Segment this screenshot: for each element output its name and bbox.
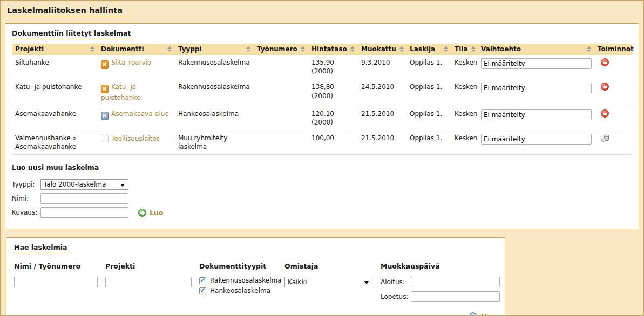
projekti-input[interactable] [105,277,192,287]
sort-icon[interactable] [301,46,305,52]
document-plain-icon[interactable] [101,134,109,142]
cell-muokattu: 21.5.2010 [358,106,406,130]
vaihtoehto-input[interactable] [481,58,592,69]
luo-button[interactable]: Luo [138,209,163,217]
document-link[interactable]: Teollisuuslaitos [111,135,160,142]
aloitus-label: Aloitus: [381,278,411,286]
search-panel-title: Hae laskelmia [14,242,70,253]
kuvaus-input[interactable] [40,207,128,218]
column-header-tyyppi: Tyyppi [175,44,254,55]
muokkauspaiva-label: Muokkauspäivä [381,262,500,270]
documents-table: Projekti Dokumentti Tyyppi Työnumero Hin… [12,44,632,155]
vaihtoehto-input[interactable] [481,83,592,93]
table-row: Asemakaavahanke HAsemakaava-alue Hankeos… [12,106,632,130]
add-icon [138,209,146,217]
document-h-icon[interactable]: H [101,112,109,120]
cell-toiminnot [594,130,632,154]
cell-projekti: Siltahanke [12,55,98,79]
cell-toiminnot [594,55,632,79]
cell-vaihtoehto [478,79,594,106]
nimi-tyonumero-input[interactable] [14,277,98,287]
sort-icon[interactable] [167,46,172,52]
cell-projekti: Valmennushanke » Asemakaavahanke [12,130,98,154]
checkbox-rakennusosalaskelma[interactable] [199,277,206,284]
cell-dokumentti: Teollisuuslaitos [98,130,175,154]
cell-tyyppi: Rakennusosalaskelma [175,55,254,79]
cell-vaihtoehto [478,130,594,154]
cell-tila: Kesken [451,55,478,79]
column-header-tyonumero: Työnumero [254,44,308,55]
vaihtoehto-input[interactable] [481,109,592,120]
cell-dokumentti: RKatu- ja puistohanke [98,79,175,106]
column-header-projekti: Projekti [12,44,98,55]
cell-dokumentti: RSilta_roarvio [98,55,175,79]
cell-muokattu: 24.5.2010 [358,79,406,106]
cell-hintataso: 120,10(2000) [308,106,358,130]
remove-icon[interactable] [601,58,609,66]
lopetus-label: Lopetus: [381,293,411,300]
sort-icon[interactable] [399,46,404,52]
page-title: Laskelmaliitoksen hallinta [7,6,130,17]
omistaja-select[interactable]: Kaikki [284,277,372,287]
cell-tyyppi: Hankeosalaskelma [175,106,254,130]
cell-toiminnot [594,79,632,106]
chevron-down-icon [364,281,369,284]
documents-panel-title: Dokumenttiin liitetyt laskelmat [12,28,134,39]
cell-tyyppi: Rakennusosalaskelma [175,79,254,106]
tyyppi-select[interactable]: Talo 2000-laskelma [40,179,128,190]
cell-projekti: Katu- ja puistohanke [12,79,98,106]
kuvaus-label: Kuvaus: [12,209,40,216]
column-header-muokattu: Muokattu [358,44,406,55]
remove-icon[interactable] [601,109,609,118]
sort-icon[interactable] [587,46,591,52]
dokumenttityypit-label: Dokumenttityypit [199,262,280,270]
cell-tila: Kesken [451,106,478,130]
sort-icon[interactable] [90,46,94,52]
create-section-title: Luo uusi muu laskelma [12,163,632,171]
cell-toiminnot [594,106,632,130]
chevron-down-icon [120,184,125,187]
vaihtoehto-input[interactable] [481,134,592,145]
cell-hintataso: 100,00 [308,130,358,154]
cell-laskija: Oppilas 1. [406,130,451,154]
sort-icon[interactable] [246,46,250,52]
nimi-label: Nimi: [12,195,40,202]
cell-laskija: Oppilas 1. [406,55,451,79]
column-header-hintataso: Hintataso [308,44,358,55]
aloitus-input[interactable] [411,277,500,287]
document-r-icon[interactable]: R [101,85,109,93]
cell-vaihtoehto [478,55,594,79]
cell-hintataso: 138,80(2000) [308,79,358,106]
trash-icon[interactable] [601,134,610,142]
document-link[interactable]: Asemakaava-alue [111,110,169,118]
cell-laskija: Oppilas 1. [406,79,451,106]
document-link[interactable]: Silta_roarvio [111,59,151,66]
nimi-input[interactable] [40,193,128,204]
sort-icon[interactable] [471,46,476,52]
search-panel: Hae laskelmia Nimi / Työnumero Projekti … [6,237,505,316]
cell-muokattu: 21.5.2010 [358,130,406,154]
sort-icon[interactable] [350,46,355,52]
cell-tyonumero [254,55,308,79]
remove-icon[interactable] [601,83,609,91]
lopetus-input[interactable] [411,291,500,302]
documents-panel: Dokumenttiin liitetyt laskelmat Projekti… [5,23,639,229]
tyyppi-label: Tyyppi: [12,181,40,188]
column-header-laskija: Laskija [406,44,451,55]
checkbox-hankeosalaskelma[interactable] [199,287,206,294]
projekti-label: Projekti [105,262,192,270]
cell-tyonumero [254,130,308,154]
table-header-row: Projekti Dokumentti Tyyppi Työnumero Hin… [12,44,632,55]
table-row: Katu- ja puistohanke RKatu- ja puistohan… [12,79,632,106]
sort-icon[interactable] [444,46,448,52]
document-r-icon[interactable]: R [101,60,109,69]
cell-laskija: Oppilas 1. [406,106,451,130]
cell-tyonumero [254,79,308,106]
checkbox-label: Rakennusosalaskelma [210,277,282,284]
omistaja-label: Omistaja [284,262,372,270]
hae-button[interactable]: Hae [469,312,496,316]
column-header-dokumentti: Dokumentti [98,44,175,55]
nimi-tyonumero-label: Nimi / Työnumero [14,262,98,270]
cell-projekti: Asemakaavahanke [12,106,98,130]
cell-dokumentti: HAsemakaava-alue [98,106,175,130]
